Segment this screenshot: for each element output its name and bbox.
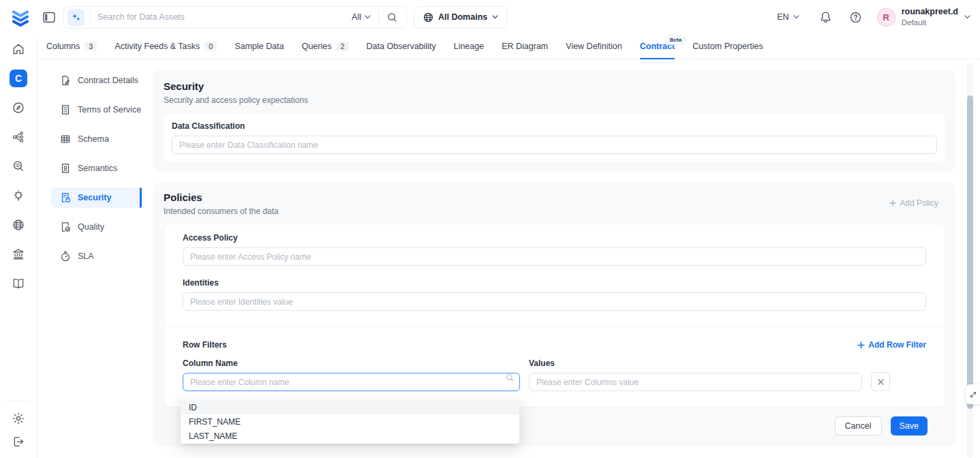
user-menu[interactable]: R rounakpreet.d Default xyxy=(877,7,970,27)
ai-sparkle-button[interactable] xyxy=(67,9,85,26)
security-section-card: Security Security and access policy expe… xyxy=(153,70,955,172)
nav-terms-of-service[interactable]: Terms of Service xyxy=(51,100,142,120)
home-nav-button[interactable] xyxy=(9,42,28,56)
quality-icon xyxy=(60,222,71,232)
tab-count-badge: 0 xyxy=(204,42,217,51)
search-input[interactable] xyxy=(91,12,352,22)
dropdown-option-last-name[interactable]: LAST_NAME xyxy=(181,429,519,443)
logout-button[interactable] xyxy=(9,435,28,448)
nav-security[interactable]: Security xyxy=(51,187,142,208)
row-filters-title: Row Filters xyxy=(183,340,227,350)
tab-contract[interactable]: Contract Beta xyxy=(640,34,675,59)
divider xyxy=(164,326,945,326)
knowledge-center-nav-button[interactable] xyxy=(9,277,28,290)
bell-icon xyxy=(820,11,831,23)
domains-selector[interactable]: All Domains xyxy=(414,6,508,29)
sidebar-toggle-icon[interactable] xyxy=(43,12,55,23)
globe-icon xyxy=(423,12,433,22)
chevron-down-icon xyxy=(365,15,371,19)
plus-icon xyxy=(889,200,896,207)
nav-quality[interactable]: Quality xyxy=(51,217,142,237)
nav-semantics[interactable]: Semantics xyxy=(51,158,142,179)
panel-resize-handle[interactable] xyxy=(966,384,980,404)
tab-columns[interactable]: Columns 3 xyxy=(46,34,97,59)
data-classification-box: Data Classification xyxy=(164,114,945,162)
chevron-down-icon xyxy=(793,15,799,19)
search-icon xyxy=(506,373,514,382)
add-row-filter-button[interactable]: Add Row Filter xyxy=(857,340,926,350)
app-logo-icon[interactable] xyxy=(9,5,32,29)
logout-icon xyxy=(12,435,25,448)
nav-schema[interactable]: Schema xyxy=(51,129,142,149)
values-input[interactable] xyxy=(529,373,862,391)
identities-input[interactable] xyxy=(183,292,926,311)
column-name-label: Column Name xyxy=(183,358,520,368)
beta-badge: Beta xyxy=(666,35,686,44)
close-icon xyxy=(877,378,885,386)
data-classification-label: Data Classification xyxy=(172,121,937,131)
app-window: All All Domains EN xyxy=(0,0,980,458)
domains-nav-button[interactable] xyxy=(9,218,28,232)
search-scope-dropdown[interactable]: All xyxy=(352,12,371,22)
govern-nav-button[interactable] xyxy=(9,247,28,261)
settings-nav-button[interactable] xyxy=(9,412,28,425)
sparkle-icon xyxy=(72,13,80,22)
tab-queries[interactable]: Queries 2 xyxy=(302,34,349,59)
tab-activity-feeds[interactable]: Activity Feeds & Tasks 0 xyxy=(114,34,217,59)
nav-sla[interactable]: SLA xyxy=(51,246,142,266)
language-selector[interactable]: EN xyxy=(777,12,799,22)
search-submit-icon[interactable] xyxy=(387,12,397,22)
policy-form-card: Access Policy Identities Row Filters Add… xyxy=(164,224,945,408)
column-name-input[interactable] xyxy=(183,373,520,391)
bank-icon xyxy=(12,247,25,261)
question-icon xyxy=(850,12,861,23)
policies-title: Policies xyxy=(164,192,279,203)
compass-icon xyxy=(12,101,25,114)
divider xyxy=(378,12,379,22)
globe-icon xyxy=(12,218,25,232)
top-bar: All All Domains EN xyxy=(0,0,980,34)
data-classification-input[interactable] xyxy=(172,136,937,154)
help-button[interactable] xyxy=(850,12,861,23)
entity-tab-bar: Columns 3 Activity Feeds & Tasks 0 Sampl… xyxy=(37,34,980,59)
tab-custom-properties[interactable]: Custom Properties xyxy=(692,34,763,59)
explore-nav-button[interactable] xyxy=(9,101,28,114)
platform-lineage-nav-button[interactable] xyxy=(9,130,28,144)
dropdown-option-id[interactable]: ID xyxy=(181,400,519,414)
resize-icon xyxy=(969,391,977,399)
tab-er-diagram[interactable]: ER Diagram xyxy=(502,34,548,59)
app-sidebar-rail: C xyxy=(0,34,37,458)
insights-nav-button[interactable] xyxy=(9,189,28,202)
remove-row-filter-button[interactable] xyxy=(871,372,890,391)
security-subtitle: Security and access policy expectations xyxy=(164,95,945,105)
hierarchy-icon xyxy=(12,130,25,144)
tab-sample-data[interactable]: Sample Data xyxy=(234,34,284,59)
scrollbar-thumb[interactable] xyxy=(967,95,973,409)
user-name: rounakpreet.d xyxy=(902,7,958,18)
access-policy-label: Access Policy xyxy=(183,233,926,243)
tab-lineage[interactable]: Lineage xyxy=(454,34,485,59)
contract-details-icon xyxy=(60,75,71,86)
dropdown-option-first-name[interactable]: FIRST_NAME xyxy=(181,414,519,429)
tab-view-definition[interactable]: View Definition xyxy=(566,34,622,59)
avatar: R xyxy=(877,8,895,27)
semantics-icon xyxy=(60,163,71,174)
save-button[interactable]: Save xyxy=(891,416,928,436)
nav-contract-details[interactable]: Contract Details xyxy=(51,70,142,91)
add-policy-button[interactable]: Add Policy xyxy=(889,198,938,208)
tab-data-observability[interactable]: Data Observability xyxy=(367,34,436,59)
cancel-button[interactable]: Cancel xyxy=(835,416,882,436)
observability-icon xyxy=(12,159,25,173)
gear-icon xyxy=(12,412,25,425)
contract-section-nav: Contract Details Terms of Service Schema… xyxy=(41,60,149,266)
observability-nav-button[interactable] xyxy=(9,159,28,173)
notifications-button[interactable] xyxy=(820,11,831,23)
chevron-down-icon xyxy=(964,15,970,19)
collate-ai-icon: C xyxy=(10,70,27,87)
global-search-bar: All xyxy=(63,6,407,29)
home-icon xyxy=(12,42,25,56)
security-title: Security xyxy=(164,80,945,92)
access-policy-input[interactable] xyxy=(183,247,926,266)
security-icon xyxy=(60,192,71,203)
collate-ai-nav-button[interactable]: C xyxy=(9,72,28,85)
